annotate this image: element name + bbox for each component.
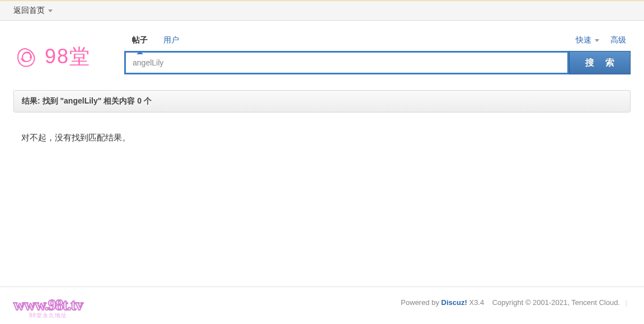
search-block: 帖子 用户 快速 高级 搜 索	[124, 32, 631, 74]
search-row: 搜 索	[124, 51, 631, 74]
site-logo[interactable]: 98堂	[13, 43, 91, 71]
discuz-link[interactable]: Discuz!	[441, 298, 467, 307]
search-input[interactable]	[124, 51, 569, 74]
search-button[interactable]: 搜 索	[569, 51, 631, 74]
version-label: X3.4	[467, 298, 484, 307]
chevron-down-icon[interactable]	[48, 10, 53, 12]
advanced-search-link[interactable]: 高级	[610, 35, 626, 45]
copyright-label: Copyright © 2001-2021, Tencent Cloud.	[492, 298, 620, 307]
footer-separator: |	[626, 298, 627, 307]
breadcrumb-home-link[interactable]: 返回首页	[13, 6, 45, 16]
chevron-down-icon[interactable]	[595, 39, 599, 42]
main-header: 98堂 帖子 用户 快速 高级 搜 索	[0, 21, 644, 80]
tab-posts[interactable]: 帖子	[124, 32, 156, 49]
footer-logo[interactable]: www.98t.tv 98堂永久地址	[13, 296, 83, 320]
no-results-message: 对不起，没有找到匹配结果。	[0, 112, 644, 163]
footer-credits: Powered by Discuz! X3.4 Copyright © 2001…	[401, 296, 631, 307]
results-header: 结果: 找到 "angelLily" 相关内容 0 个	[13, 90, 631, 112]
footer: www.98t.tv 98堂永久地址 Powered by Discuz! X3…	[0, 287, 644, 324]
tab-users[interactable]: 用户	[156, 32, 187, 49]
search-tabs: 帖子 用户 快速 高级	[124, 32, 631, 49]
powered-by-label: Powered by	[401, 298, 441, 307]
rose-icon	[13, 44, 40, 71]
logo-text: 98堂	[45, 43, 91, 71]
quick-search-link[interactable]: 快速	[576, 35, 591, 45]
breadcrumb: 返回首页	[0, 1, 644, 21]
